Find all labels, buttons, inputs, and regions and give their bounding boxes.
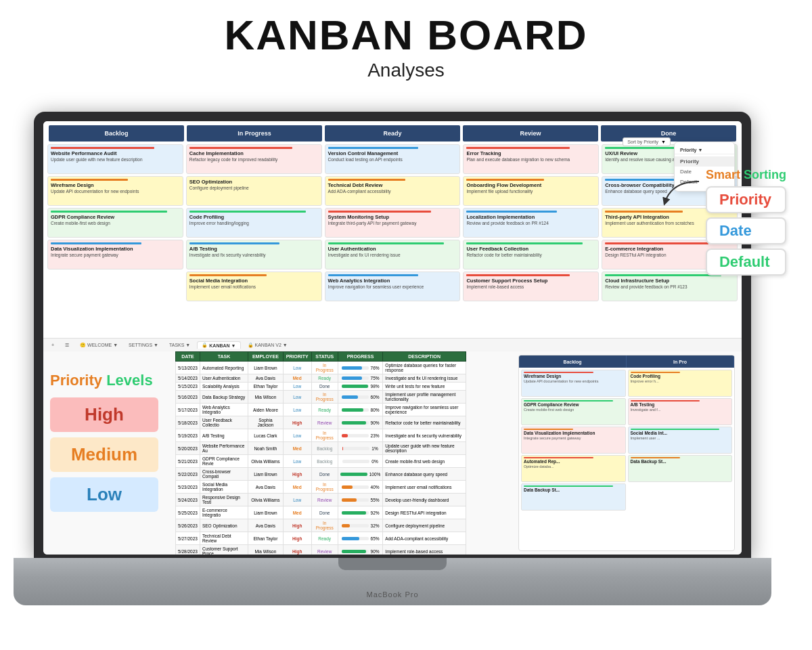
card[interactable]: User AuthenticationInvestigate and fix U… <box>325 240 461 269</box>
cell-priority: Low <box>283 494 311 506</box>
table-row[interactable]: 5/27/2023 Technical Debt Review Ethan Ta… <box>176 532 466 545</box>
cell-desc: Develop user-friendly dashboard <box>383 494 466 506</box>
cell-desc: Refactor code for better maintainability <box>383 416 466 429</box>
cell-employee: Liam Brown <box>248 362 283 374</box>
table-row[interactable]: 5/18/2023 User Feedback Collectio Sophia… <box>176 416 466 429</box>
tab-kanban[interactable]: 🔒 KANBAN ▼ <box>197 341 240 349</box>
card[interactable]: A/B TestingInvestigate and fix security … <box>186 240 322 269</box>
sort-option-default-label[interactable]: Default <box>706 248 786 276</box>
cell-task: User Authentication <box>200 374 248 383</box>
badge-medium: Medium <box>50 437 158 472</box>
table-row[interactable]: 5/22/2023 Cross-browser Compati Liam Bro… <box>176 468 466 481</box>
table-row[interactable]: 5/21/2023 GDPR Compliance Revie Olivia W… <box>176 455 466 468</box>
cell-status: Backlog <box>311 455 338 468</box>
rk-card[interactable]: Data Visualization ImplementationIntegra… <box>521 427 626 454</box>
table-row[interactable]: 5/16/2023 Data Backup Strategy Mia Wilso… <box>176 391 466 404</box>
card[interactable]: User Feedback CollectionRefactor code fo… <box>463 240 599 269</box>
card[interactable]: Cache ImplementationRefactor legacy code… <box>186 144 322 174</box>
tab-add[interactable]: + <box>47 342 58 348</box>
cell-status: Done <box>311 506 338 519</box>
cell-desc: Enhance database query speed <box>383 468 466 481</box>
cell-status: In Progress <box>311 362 338 374</box>
sort-dropdown-arrow[interactable]: ▼ <box>661 139 666 144</box>
cell-priority: High <box>283 532 311 545</box>
cell-priority: Low <box>283 383 311 391</box>
table-row[interactable]: 5/26/2023 SEO Optimization Ava Davis Hig… <box>176 519 466 532</box>
card[interactable]: Data Visualization ImplementationIntegra… <box>47 240 183 269</box>
tab-settings[interactable]: SETTINGS ▼ <box>125 342 162 348</box>
rk-card[interactable]: Wireframe DesignUpdate API documentation… <box>521 370 626 397</box>
cell-employee: Olivia Williams <box>248 494 283 506</box>
sort-popup-label[interactable]: Sort by Priority ▼ <box>623 137 671 146</box>
right-kanban: Backlog In Pro Wireframe DesignUpdate AP… <box>518 355 735 551</box>
tab-kanban-v2[interactable]: 🔒 KANBAN V2 ▼ <box>244 342 292 349</box>
table-row[interactable]: 5/24/2023 Responsive Design Testi Olivia… <box>176 494 466 506</box>
cell-date: 5/27/2023 <box>176 532 200 545</box>
lock-icon-v2: 🔒 <box>248 343 254 348</box>
cell-employee: Ava Davis <box>248 519 283 532</box>
arrow-svg <box>652 175 706 215</box>
card[interactable]: Technical Debt ReviewAdd ADA-compliant a… <box>325 176 461 206</box>
table-row[interactable]: 5/20/2023 Website Performance Au Noah Sm… <box>176 442 466 455</box>
laptop-screen: Backlog In Progress Ready Review Done We… <box>43 121 742 555</box>
card[interactable]: Error TrackingPlan and execute database … <box>463 144 599 174</box>
card[interactable]: Code ProfilingImprove error handling/log… <box>186 208 322 238</box>
cell-task: Social Media Integration <box>200 481 248 494</box>
card[interactable]: Social Media IntegrationImplement user e… <box>186 272 322 301</box>
cell-desc: Configure deployment pipeline <box>383 519 466 532</box>
kanban-col-backlog: Website Performance AuditUpdate user gui… <box>47 144 183 320</box>
laptop-screen-bezel: Backlog In Progress Ready Review Done We… <box>34 112 751 559</box>
table-row[interactable]: 5/23/2023 Social Media Integration Ava D… <box>176 481 466 494</box>
cell-progress: 90% <box>338 545 383 555</box>
rk-card[interactable]: Automated Rep...Optimize databa... <box>521 455 626 482</box>
cell-desc: Investigate and fix security vulnerabili… <box>383 429 466 442</box>
card[interactable]: System Monitoring SetupIntegrate third-p… <box>325 208 461 238</box>
card[interactable]: Version Control ManagementConduct load t… <box>325 144 461 174</box>
cell-status: Ready <box>311 374 338 383</box>
sort-option-priority[interactable]: Priority <box>675 156 734 167</box>
sort-options-panel: Smart Sorting Priority Date Default <box>706 168 786 276</box>
rk-card[interactable]: GDPR Compliance ReviewCreate mobile-firs… <box>521 398 626 425</box>
table-row[interactable]: 5/25/2023 E-commerce Integratio Liam Bro… <box>176 506 466 519</box>
cell-task: User Feedback Collectio <box>200 416 248 429</box>
card[interactable]: Onboarding Flow DevelopmentImplement fil… <box>463 176 599 206</box>
cell-task: Customer Support Proce <box>200 545 248 555</box>
rk-card[interactable]: Data Backup St... <box>628 455 733 482</box>
card[interactable]: Customer Support Process SetupImplement … <box>463 272 599 301</box>
cell-status: Done <box>311 383 338 391</box>
card[interactable]: Website Performance AuditUpdate user gui… <box>47 144 183 174</box>
card[interactable]: Localization ImplementationReview and pr… <box>463 208 599 238</box>
col-header-ready: Ready <box>325 125 460 142</box>
cell-progress: 90% <box>338 416 383 429</box>
card[interactable]: Wireframe DesignUpdate API documentation… <box>47 176 183 206</box>
table-row[interactable]: 5/13/2023 Automated Reporting Liam Brown… <box>176 362 466 374</box>
tab-welcome[interactable]: 🙂 WELCOME ▼ <box>76 342 122 349</box>
rk-card[interactable]: Data Backup St... <box>521 483 626 511</box>
card[interactable]: SEO OptimizationConfigure deployment pip… <box>186 176 322 206</box>
card[interactable]: GDPR Compliance ReviewCreate mobile-firs… <box>47 208 183 238</box>
table-row[interactable]: 5/17/2023 Web Analytics Integratio Aiden… <box>176 404 466 416</box>
table-row[interactable]: 5/28/2023 Customer Support Proce Mia Wil… <box>176 545 466 555</box>
cell-status: In Progress <box>311 429 338 442</box>
sub-title: Analyses <box>0 60 812 81</box>
rk-card[interactable]: Code ProfilingImprove error h... <box>628 370 733 397</box>
tab-menu[interactable]: ☰ <box>61 342 73 349</box>
rk-card[interactable]: Social Media Int...Implement user ... <box>628 427 733 454</box>
cell-task: E-commerce Integratio <box>200 506 248 519</box>
tab-tasks[interactable]: TASKS ▼ <box>165 342 194 348</box>
cell-progress: 75% <box>338 374 383 383</box>
rk-card[interactable]: A/B TestingInvestigate and f... <box>628 398 733 425</box>
cell-status: In Progress <box>311 391 338 404</box>
sort-option-priority-label[interactable]: Priority <box>706 186 786 213</box>
cell-employee: Noah Smith <box>248 442 283 455</box>
cell-progress: 100% <box>338 468 383 481</box>
table-row[interactable]: 5/15/2023 Scalability Analysis Ethan Tay… <box>176 383 466 391</box>
title-section: KANBAN BOARD Analyses <box>0 0 812 87</box>
table-row[interactable]: 5/14/2023 User Authentication Ava Davis … <box>176 374 466 383</box>
cell-employee: Liam Brown <box>248 506 283 519</box>
sort-option-date-label[interactable]: Date <box>706 217 786 244</box>
table-row[interactable]: 5/19/2023 A/B Testing Lucas Clark Low In… <box>176 429 466 442</box>
card[interactable]: Cloud Infrastructure SetupReview and pro… <box>602 272 738 301</box>
cell-priority: Med <box>283 374 311 383</box>
card[interactable]: Web Analytics IntegrationImprove navigat… <box>325 272 461 301</box>
